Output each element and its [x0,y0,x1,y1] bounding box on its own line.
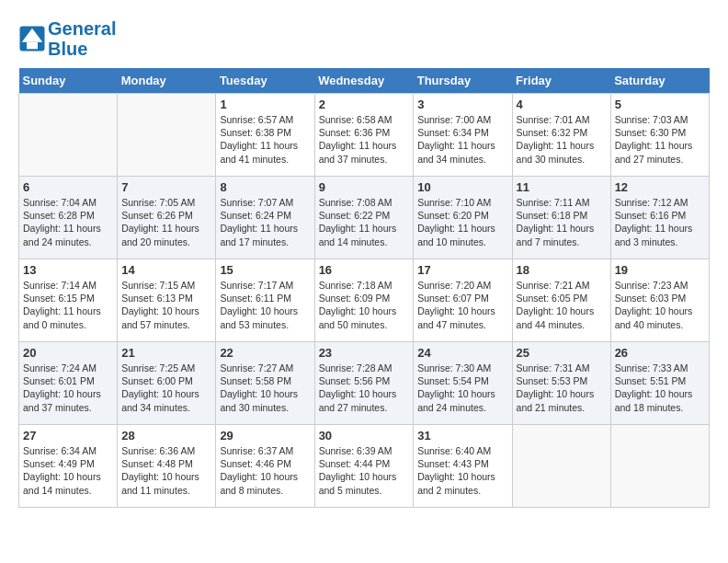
weekday-header-tuesday: Tuesday [216,68,314,94]
calendar-cell [118,94,216,177]
logo: General Blue [18,18,116,59]
calendar-cell: 23Sunrise: 7:28 AM Sunset: 5:56 PM Dayli… [314,342,414,425]
day-detail: Sunrise: 6:36 AM Sunset: 4:48 PM Dayligh… [121,444,211,497]
calendar-cell: 10Sunrise: 7:10 AM Sunset: 6:20 PM Dayli… [414,177,512,259]
day-number: 14 [121,263,211,277]
day-number: 12 [615,180,705,194]
day-detail: Sunrise: 6:37 AM Sunset: 4:46 PM Dayligh… [220,444,310,497]
day-detail: Sunrise: 7:05 AM Sunset: 6:26 PM Dayligh… [121,196,211,248]
calendar-cell: 19Sunrise: 7:23 AM Sunset: 6:03 PM Dayli… [610,259,709,342]
day-number: 25 [517,346,607,360]
day-number: 28 [121,429,211,442]
calendar-cell: 31Sunrise: 6:40 AM Sunset: 4:43 PM Dayli… [414,425,512,508]
day-detail: Sunrise: 7:11 AM Sunset: 6:18 PM Dayligh… [517,196,607,248]
weekday-header-friday: Friday [512,68,610,94]
day-detail: Sunrise: 7:03 AM Sunset: 6:30 PM Dayligh… [615,113,705,166]
calendar-cell: 24Sunrise: 7:30 AM Sunset: 5:54 PM Dayli… [414,342,512,425]
day-detail: Sunrise: 7:17 AM Sunset: 6:11 PM Dayligh… [220,279,310,331]
calendar-cell: 6Sunrise: 7:04 AM Sunset: 6:28 PM Daylig… [19,177,118,259]
calendar-cell: 14Sunrise: 7:15 AM Sunset: 6:13 PM Dayli… [118,259,216,342]
day-detail: Sunrise: 7:28 AM Sunset: 5:56 PM Dayligh… [319,362,410,414]
day-detail: Sunrise: 7:25 AM Sunset: 6:00 PM Dayligh… [121,362,211,414]
svg-rect-2 [27,42,38,50]
day-detail: Sunrise: 6:39 AM Sunset: 4:44 PM Dayligh… [319,444,410,497]
calendar-cell [512,425,610,508]
day-number: 4 [517,98,607,111]
day-detail: Sunrise: 6:58 AM Sunset: 6:36 PM Dayligh… [319,113,410,166]
day-number: 31 [417,429,507,442]
day-detail: Sunrise: 7:01 AM Sunset: 6:32 PM Dayligh… [517,113,607,166]
day-detail: Sunrise: 7:14 AM Sunset: 6:15 PM Dayligh… [23,279,113,331]
calendar-cell: 7Sunrise: 7:05 AM Sunset: 6:26 PM Daylig… [118,177,216,259]
calendar-cell: 30Sunrise: 6:39 AM Sunset: 4:44 PM Dayli… [314,425,414,508]
day-number: 11 [517,180,607,194]
day-number: 27 [23,429,113,442]
day-detail: Sunrise: 7:00 AM Sunset: 6:34 PM Dayligh… [417,113,507,166]
day-number: 8 [220,180,310,194]
day-number: 22 [220,346,310,360]
calendar-cell: 2Sunrise: 6:58 AM Sunset: 6:36 PM Daylig… [314,94,414,177]
day-number: 17 [417,263,507,277]
calendar-cell: 22Sunrise: 7:27 AM Sunset: 5:58 PM Dayli… [216,342,314,425]
day-number: 5 [615,98,705,111]
calendar-cell: 9Sunrise: 7:08 AM Sunset: 6:22 PM Daylig… [314,177,414,259]
page-header: General Blue [18,18,710,59]
day-detail: Sunrise: 7:24 AM Sunset: 6:01 PM Dayligh… [23,362,113,414]
day-detail: Sunrise: 7:33 AM Sunset: 5:51 PM Dayligh… [615,362,705,414]
calendar-cell: 5Sunrise: 7:03 AM Sunset: 6:30 PM Daylig… [610,94,709,177]
day-detail: Sunrise: 6:40 AM Sunset: 4:43 PM Dayligh… [417,444,507,497]
day-number: 29 [220,429,310,442]
day-number: 7 [121,180,211,194]
calendar-cell: 26Sunrise: 7:33 AM Sunset: 5:51 PM Dayli… [610,342,709,425]
day-number: 9 [319,180,410,194]
calendar-cell: 8Sunrise: 7:07 AM Sunset: 6:24 PM Daylig… [216,177,314,259]
calendar-cell: 18Sunrise: 7:21 AM Sunset: 6:05 PM Dayli… [512,259,610,342]
calendar-cell: 13Sunrise: 7:14 AM Sunset: 6:15 PM Dayli… [19,259,118,342]
day-detail: Sunrise: 7:04 AM Sunset: 6:28 PM Dayligh… [23,196,113,248]
day-number: 13 [23,263,113,277]
day-number: 10 [417,180,507,194]
day-number: 23 [319,346,410,360]
day-number: 3 [417,98,507,111]
calendar-cell: 11Sunrise: 7:11 AM Sunset: 6:18 PM Dayli… [512,177,610,259]
day-number: 15 [220,263,310,277]
day-detail: Sunrise: 7:21 AM Sunset: 6:05 PM Dayligh… [517,279,607,331]
calendar-cell: 20Sunrise: 7:24 AM Sunset: 6:01 PM Dayli… [19,342,118,425]
calendar-cell: 21Sunrise: 7:25 AM Sunset: 6:00 PM Dayli… [118,342,216,425]
day-number: 19 [615,263,705,277]
day-number: 1 [220,98,310,111]
day-number: 18 [517,263,607,277]
calendar-cell: 3Sunrise: 7:00 AM Sunset: 6:34 PM Daylig… [414,94,512,177]
day-number: 20 [23,346,113,360]
calendar-cell: 4Sunrise: 7:01 AM Sunset: 6:32 PM Daylig… [512,94,610,177]
weekday-header-saturday: Saturday [610,68,709,94]
day-detail: Sunrise: 7:27 AM Sunset: 5:58 PM Dayligh… [220,362,310,414]
day-number: 26 [615,346,705,360]
day-detail: Sunrise: 7:18 AM Sunset: 6:09 PM Dayligh… [319,279,410,331]
day-detail: Sunrise: 7:31 AM Sunset: 5:53 PM Dayligh… [517,362,607,414]
day-number: 16 [319,263,410,277]
day-detail: Sunrise: 6:57 AM Sunset: 6:38 PM Dayligh… [220,113,310,166]
calendar-cell: 27Sunrise: 6:34 AM Sunset: 4:49 PM Dayli… [19,425,118,508]
day-detail: Sunrise: 7:23 AM Sunset: 6:03 PM Dayligh… [615,279,705,331]
logo-text: General Blue [48,18,116,59]
weekday-header-sunday: Sunday [19,68,118,94]
day-number: 6 [23,180,113,194]
day-detail: Sunrise: 7:10 AM Sunset: 6:20 PM Dayligh… [417,196,507,248]
day-number: 21 [121,346,211,360]
day-detail: Sunrise: 6:34 AM Sunset: 4:49 PM Dayligh… [23,444,113,497]
weekday-header-thursday: Thursday [414,68,512,94]
day-detail: Sunrise: 7:15 AM Sunset: 6:13 PM Dayligh… [121,279,211,331]
calendar-cell: 16Sunrise: 7:18 AM Sunset: 6:09 PM Dayli… [314,259,414,342]
calendar-cell [19,94,118,177]
calendar-cell: 28Sunrise: 6:36 AM Sunset: 4:48 PM Dayli… [118,425,216,508]
weekday-header-wednesday: Wednesday [314,68,414,94]
day-number: 30 [319,429,410,442]
calendar-cell: 12Sunrise: 7:12 AM Sunset: 6:16 PM Dayli… [610,177,709,259]
day-detail: Sunrise: 7:30 AM Sunset: 5:54 PM Dayligh… [417,362,507,414]
calendar-cell: 29Sunrise: 6:37 AM Sunset: 4:46 PM Dayli… [216,425,314,508]
day-detail: Sunrise: 7:20 AM Sunset: 6:07 PM Dayligh… [417,279,507,331]
day-number: 24 [417,346,507,360]
logo-icon [18,25,46,52]
calendar-cell: 17Sunrise: 7:20 AM Sunset: 6:07 PM Dayli… [414,259,512,342]
